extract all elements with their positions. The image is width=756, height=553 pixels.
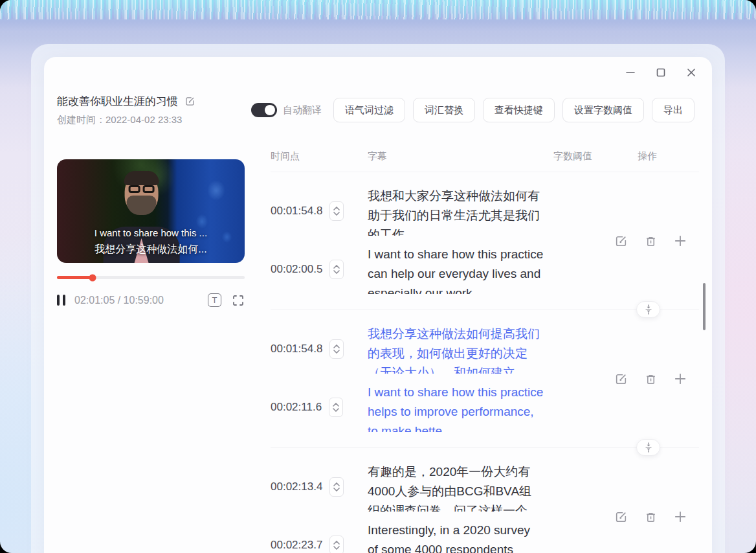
main-area: I want to share how this ... 我想分享这种做法如何.… (57, 142, 699, 553)
subtitle-editor-window: 能改善你职业生涯的习惯 创建时间：2022-04-02 23:33 自动翻译 语… (44, 57, 712, 553)
auto-translate-toggle[interactable] (251, 103, 277, 117)
delete-icon[interactable] (643, 234, 658, 248)
merge-subtitles-button[interactable] (636, 439, 660, 456)
subtitle-group: 00:01:54.8 我想和大家分享这种做法如何有助于我们的日常生活尤其是我们的… (271, 172, 699, 310)
filler-word-filter-button[interactable]: 语气词过滤 (333, 98, 405, 122)
timestamp: 00:01:54.8 (271, 205, 322, 218)
row-actions (614, 510, 687, 524)
maximize-button[interactable] (654, 66, 667, 79)
auto-translate-toggle-wrap: 自动翻译 (251, 103, 322, 117)
player-column: I want to share how this ... 我想分享这种做法如何.… (57, 142, 245, 553)
project-title: 能改善你职业生涯的习惯 (57, 96, 178, 107)
char-threshold-button[interactable]: 设置字数阈值 (562, 98, 644, 122)
subtitle-group: 00:01:54.8 我想分享这种做法如何提高我们的表现，如何做出更好的决定（无… (271, 310, 699, 448)
delete-icon[interactable] (643, 372, 658, 386)
timestamp: 00:02:00.5 (271, 263, 322, 276)
subtitle-text[interactable]: I want to share how this practice can he… (368, 245, 544, 294)
seek-handle[interactable] (89, 274, 96, 281)
toggle-knob (265, 105, 275, 115)
col-header-subtitle: 字幕 (368, 150, 553, 163)
seek-bar[interactable] (57, 276, 245, 279)
minimize-button[interactable] (624, 66, 637, 79)
subtitle-text[interactable]: I want to share how this practice helps … (368, 383, 544, 432)
auto-translate-label: 自动翻译 (283, 104, 322, 117)
timestamp-stepper[interactable] (329, 398, 343, 417)
timestamp-stepper[interactable] (329, 477, 344, 497)
close-button[interactable] (685, 66, 698, 79)
title-block: 能改善你职业生涯的习惯 创建时间：2022-04-02 23:33 (57, 96, 195, 124)
created-time-label: 创建时间：2022-04-02 23:33 (57, 115, 195, 124)
table-header: 时间点 字幕 字数阈值 操作 (271, 142, 699, 172)
timestamp: 00:02:13.4 (271, 480, 322, 493)
timestamp-stepper[interactable] (329, 339, 344, 359)
fullscreen-icon[interactable] (232, 294, 245, 307)
merge-subtitles-button[interactable] (636, 301, 660, 318)
row-actions (614, 372, 687, 386)
video-thumbnail[interactable]: I want to share how this ... 我想分享这种做法如何.… (57, 159, 245, 263)
window-controls (624, 66, 698, 79)
subtitle-text[interactable]: 我想和大家分享这种做法如何有助于我们的日常生活尤其是我们的工作 (368, 186, 544, 236)
add-icon[interactable] (673, 510, 687, 524)
app-screen: 能改善你职业生涯的习惯 创建时间：2022-04-02 23:33 自动翻译 语… (0, 0, 756, 553)
timestamp-stepper[interactable] (329, 260, 344, 279)
subtitle-toggle-icon[interactable]: T (208, 293, 221, 307)
row-actions (614, 234, 687, 248)
add-icon[interactable] (673, 372, 687, 386)
add-icon[interactable] (673, 234, 687, 248)
toolbar: 自动翻译 语气词过滤 词汇替换 查看快捷键 设置字数阈值 导出 (251, 98, 695, 122)
timestamp: 00:02:23.7 (271, 539, 322, 552)
col-header-threshold: 字数阈值 (553, 150, 638, 163)
edit-icon[interactable] (614, 372, 628, 386)
timestamp-stepper[interactable] (329, 201, 344, 221)
subtitle-row: 00:02:00.5 I want to share how this prac… (271, 245, 699, 294)
word-replace-button[interactable]: 词汇替换 (413, 98, 475, 122)
timestamp-stepper[interactable] (329, 536, 344, 553)
pause-button[interactable] (57, 295, 65, 306)
video-subtitle-cn: 我想分享这种做法如何... (57, 243, 245, 256)
playback-time: 02:01:05 / 10:59:00 (74, 295, 164, 306)
subtitle-text[interactable]: 我想分享这种做法如何提高我们的表现，如何做出更好的决定（无论大小），和如何建立 (368, 324, 544, 374)
player-controls: 02:01:05 / 10:59:00 T (57, 293, 245, 307)
col-header-time: 时间点 (271, 150, 368, 163)
subtitle-row: 00:02:13.4 有趣的是，2020年一份大约有4000人参与的由BCG和B… (271, 462, 699, 512)
timestamp: 00:02:11.6 (271, 401, 322, 414)
rename-icon[interactable] (184, 96, 195, 107)
subtitle-row: 00:01:54.8 我想分享这种做法如何提高我们的表现，如何做出更好的决定（无… (271, 324, 699, 374)
subtitle-table: 时间点 字幕 字数阈值 操作 00:01:54.8 (271, 142, 699, 553)
edit-icon[interactable] (614, 234, 628, 248)
delete-icon[interactable] (643, 510, 658, 524)
subtitle-group: 00:02:13.4 有趣的是，2020年一份大约有4000人参与的由BCG和B… (271, 448, 699, 553)
video-subtitle-en: I want to share how this ... (57, 227, 245, 238)
table-scrollbar[interactable] (703, 283, 706, 330)
col-header-actions: 操作 (638, 150, 699, 163)
header-row: 能改善你职业生涯的习惯 创建时间：2022-04-02 23:33 自动翻译 语… (57, 96, 695, 124)
edit-icon[interactable] (614, 510, 628, 524)
subtitle-row: 00:02:23.7 Interestingly, in a 2020 surv… (271, 521, 699, 553)
subtitle-text[interactable]: Interestingly, in a 2020 survey of some … (368, 521, 544, 553)
seek-bar-fill (57, 276, 93, 279)
subtitle-row: 00:01:54.8 我想和大家分享这种做法如何有助于我们的日常生活尤其是我们的… (271, 186, 699, 236)
shortcuts-button[interactable]: 查看快捷键 (483, 98, 555, 122)
export-button[interactable]: 导出 (652, 98, 695, 122)
subtitle-row: 00:02:11.6 I want to share how this prac… (271, 383, 699, 432)
video-subtitle-overlay: I want to share how this ... 我想分享这种做法如何.… (57, 227, 245, 256)
timestamp: 00:01:54.8 (271, 343, 322, 356)
subtitle-text[interactable]: 有趣的是，2020年一份大约有4000人参与的由BCG和BVA组织的调查问卷，问… (368, 462, 544, 512)
